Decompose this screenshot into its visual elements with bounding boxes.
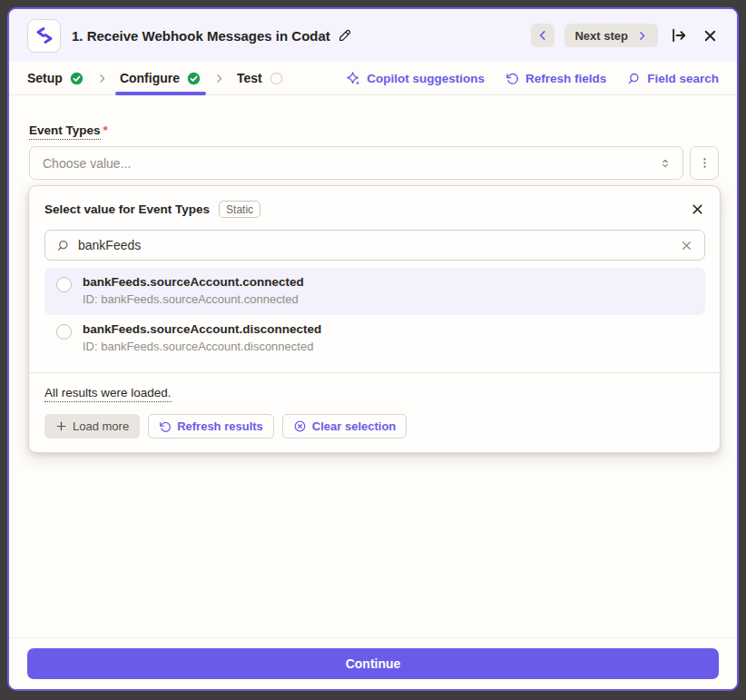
- popup-close-button[interactable]: [690, 202, 705, 217]
- tab-test-label: Test: [237, 71, 262, 85]
- step-tabbar: Setup Configure Test: [9, 62, 737, 95]
- continue-button[interactable]: Continue: [27, 648, 719, 679]
- chevron-right-icon: [636, 30, 648, 42]
- popup-search-input[interactable]: [78, 238, 672, 252]
- popup-search-box: [44, 230, 705, 261]
- close-panel-button[interactable]: [700, 25, 721, 46]
- field-search-link[interactable]: Field search: [627, 72, 719, 85]
- next-step-label: Next step: [574, 29, 628, 43]
- empty-circle-icon: [269, 71, 284, 86]
- option-id: ID: bankFeeds.sourceAccount.disconnected: [83, 340, 321, 353]
- popup-footer: All results were loaded. Load more: [29, 373, 720, 452]
- refresh-icon: [159, 420, 172, 433]
- static-badge: Static: [219, 201, 260, 218]
- load-more-label: Load more: [73, 419, 129, 433]
- configure-form: Event Types* Choose value... Se: [9, 95, 737, 637]
- tab-configure[interactable]: Configure: [120, 62, 201, 94]
- refresh-fields-label: Refresh fields: [525, 72, 606, 85]
- plus-icon: [55, 420, 67, 432]
- field-options-menu-button[interactable]: [690, 146, 719, 180]
- sparkle-icon: [346, 71, 360, 85]
- radio-button[interactable]: [56, 277, 72, 292]
- close-icon: [690, 202, 705, 217]
- tab-test[interactable]: Test: [237, 62, 284, 94]
- circle-x-icon: [293, 419, 307, 433]
- code-brackets-icon: [34, 25, 55, 46]
- event-types-label-row: Event Types*: [29, 123, 719, 140]
- next-step-button[interactable]: Next step: [564, 24, 658, 47]
- clear-selection-label: Clear selection: [312, 419, 397, 433]
- tab-separator-chevron-icon: [213, 73, 225, 84]
- updown-chevron-icon: [658, 156, 672, 171]
- tab-setup-label: Setup: [27, 71, 63, 85]
- tab-setup[interactable]: Setup: [27, 62, 84, 94]
- panel-header: 1. Receive Webhook Messages in Codat Nex…: [9, 9, 737, 62]
- refresh-icon: [506, 72, 519, 85]
- expand-right-icon: [670, 26, 688, 44]
- search-icon: [56, 239, 70, 252]
- popup-header: Select value for Event Types Static: [29, 199, 720, 230]
- close-icon: [702, 27, 719, 44]
- option-label: bankFeeds.sourceAccount.connected: [83, 275, 304, 289]
- radio-button[interactable]: [56, 324, 72, 340]
- option-id: ID: bankFeeds.sourceAccount.connected: [83, 292, 304, 306]
- check-circle-icon: [186, 71, 201, 86]
- refresh-results-label: Refresh results: [177, 419, 263, 433]
- header-controls: Next step: [531, 24, 721, 47]
- step-title: 1. Receive Webhook Messages in Codat: [72, 28, 330, 44]
- search-icon: [627, 72, 641, 85]
- chevron-left-icon: [536, 29, 549, 42]
- clear-search-icon[interactable]: [680, 239, 693, 252]
- value-picker-popup: Select value for Event Types Static: [28, 185, 721, 453]
- tab-separator-chevron-icon: [96, 73, 108, 84]
- edit-title-pencil-icon[interactable]: [338, 28, 352, 43]
- panel-footer: Continue: [9, 637, 737, 689]
- tab-actions: Copilot suggestions Refresh fields Field…: [346, 71, 719, 85]
- option-banksfeeds-disconnected[interactable]: bankFeeds.sourceAccount.disconnected ID:…: [44, 315, 705, 362]
- open-full-editor-button[interactable]: [668, 25, 690, 46]
- refresh-results-button[interactable]: Refresh results: [148, 414, 274, 439]
- clear-selection-button[interactable]: Clear selection: [282, 414, 407, 439]
- results-status-text: All results were loaded.: [44, 386, 172, 402]
- popup-title: Select value for Event Types: [44, 202, 210, 216]
- select-placeholder: Choose value...: [43, 156, 658, 171]
- popup-footer-buttons: Load more Refresh results: [44, 414, 705, 439]
- popup-options-list: bankFeeds.sourceAccount.connected ID: ba…: [44, 268, 705, 362]
- option-label: bankFeeds.sourceAccount.disconnected: [83, 322, 321, 336]
- event-types-select[interactable]: Choose value...: [29, 146, 683, 180]
- vertical-dots-icon: [698, 156, 712, 170]
- event-types-field-row: Choose value...: [29, 146, 719, 180]
- event-types-label: Event Types: [29, 123, 101, 140]
- required-marker: *: [103, 123, 108, 137]
- step-title-row: 1. Receive Webhook Messages in Codat: [72, 28, 352, 44]
- field-search-label: Field search: [647, 72, 719, 85]
- load-more-button[interactable]: Load more: [44, 414, 140, 439]
- step-editor-panel: 1. Receive Webhook Messages in Codat Nex…: [7, 7, 739, 691]
- tab-configure-label: Configure: [120, 71, 180, 85]
- copilot-suggestions-link[interactable]: Copilot suggestions: [346, 71, 485, 85]
- refresh-fields-link[interactable]: Refresh fields: [506, 72, 606, 85]
- copilot-suggestions-label: Copilot suggestions: [367, 72, 485, 85]
- previous-step-button[interactable]: [531, 24, 555, 47]
- check-circle-icon: [69, 71, 84, 86]
- codat-app-icon: [27, 19, 61, 53]
- option-banksfeeds-connected[interactable]: bankFeeds.sourceAccount.connected ID: ba…: [44, 268, 705, 315]
